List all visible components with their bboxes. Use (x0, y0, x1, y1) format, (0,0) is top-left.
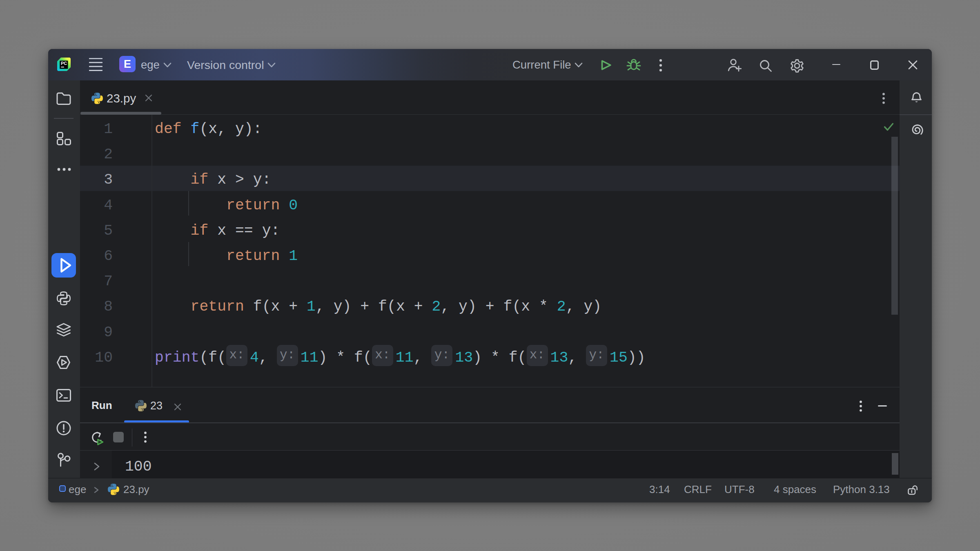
svg-text:PC: PC (61, 61, 67, 66)
